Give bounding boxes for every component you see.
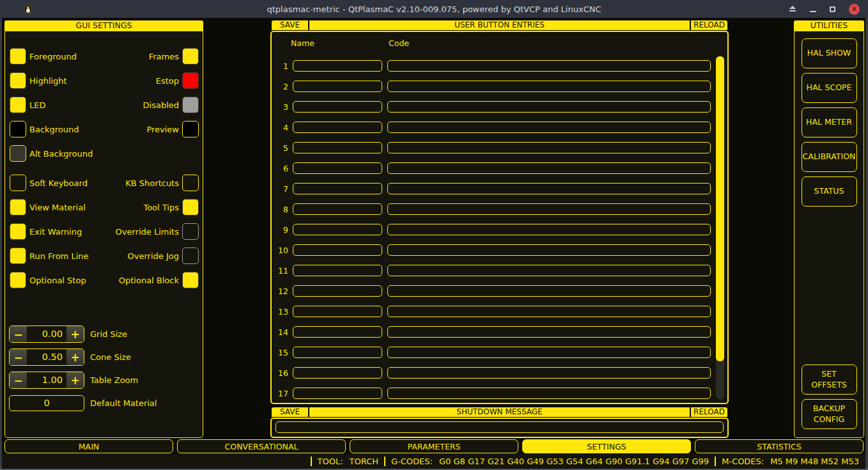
row-number: 17 [275, 389, 288, 398]
kb-shortcuts-checkbox[interactable] [182, 175, 199, 191]
setting-label: Exit Warning [29, 227, 82, 237]
button-name-input[interactable] [293, 81, 382, 92]
highlight-color-button[interactable] [10, 72, 26, 89]
user-buttons-reload-button[interactable]: RELOAD [691, 20, 727, 30]
hal-meter-button[interactable]: HAL METER [802, 107, 857, 137]
button-name-input[interactable] [293, 183, 382, 194]
preview-color-button[interactable] [182, 121, 199, 137]
button-code-input[interactable] [387, 367, 711, 379]
minimize-icon[interactable] [810, 11, 816, 12]
gui-settings-panel: GUI SETTINGS Foreground Frames Highlight… [4, 20, 203, 438]
button-code-input[interactable] [387, 285, 711, 297]
spinner-value[interactable]: 0.00 [27, 326, 66, 342]
button-name-input[interactable] [293, 388, 382, 399]
led-color-button[interactable] [10, 97, 26, 113]
spinner-row: − 1.00 + Table Zoom [9, 372, 199, 389]
button-name-input[interactable] [293, 306, 382, 317]
shutdown-message-input[interactable] [275, 421, 724, 433]
tab-settings[interactable]: SETTINGS [522, 439, 691, 453]
spinner-increment-button[interactable]: + [66, 349, 84, 365]
spinner-decrement-button[interactable]: − [10, 349, 27, 365]
button-code-input[interactable] [387, 183, 711, 194]
tab-main[interactable]: MAIN [4, 439, 173, 453]
button-name-input[interactable] [293, 244, 382, 256]
button-code-input[interactable] [387, 388, 711, 399]
gui-settings-options: Foreground Frames Highlight Estop LED [10, 48, 199, 296]
scrollbar-thumb[interactable] [716, 56, 724, 361]
spinner-decrement-button[interactable]: − [10, 372, 27, 388]
user-buttons-save-button[interactable]: SAVE [272, 20, 308, 30]
tab-parameters[interactable]: PARAMETERS [350, 439, 518, 453]
button-code-input[interactable] [387, 326, 711, 338]
button-code-input[interactable] [387, 224, 711, 235]
hal-scope-button[interactable]: HAL SCOPE [802, 73, 857, 103]
tool-tips-checkbox[interactable] [182, 199, 199, 215]
background-color-button[interactable] [10, 121, 26, 137]
frames-color-button[interactable] [182, 48, 199, 65]
foreground-color-button[interactable] [10, 48, 26, 65]
setting-label: Estop [156, 76, 179, 86]
button-name-input[interactable] [293, 203, 382, 215]
optional-stop-checkbox[interactable] [10, 272, 26, 288]
override-limits-checkbox[interactable] [182, 223, 199, 240]
button-code-input[interactable] [387, 347, 711, 358]
alt-background-color-button[interactable] [10, 145, 26, 162]
button-code-input[interactable] [387, 162, 711, 174]
button-name-input[interactable] [293, 121, 382, 133]
window-border-right [865, 18, 868, 470]
disabled-color-button[interactable] [182, 97, 199, 113]
button-name-input[interactable] [293, 326, 382, 338]
button-name-input[interactable] [293, 101, 382, 113]
shutdown-save-button[interactable]: SAVE [272, 407, 308, 417]
estop-color-button[interactable] [182, 72, 199, 89]
exit-warning-checkbox[interactable] [10, 223, 26, 240]
button-code-input[interactable] [387, 121, 711, 133]
keep-above-icon[interactable] [789, 6, 796, 12]
spinner-increment-button[interactable]: + [66, 326, 84, 342]
set-offsets-button[interactable]: SET OFFSETS [802, 364, 857, 395]
button-code-input[interactable] [387, 142, 711, 153]
tab-statistics[interactable]: STATISTICS [695, 439, 864, 453]
button-code-input[interactable] [387, 203, 711, 215]
button-code-input[interactable] [387, 265, 711, 276]
spinner-increment-button[interactable]: + [66, 372, 84, 388]
button-name-input[interactable] [293, 224, 382, 235]
button-code-input[interactable] [387, 60, 711, 72]
status-button[interactable]: STATUS [802, 176, 857, 207]
view-material-checkbox[interactable] [10, 199, 26, 215]
row-number: 12 [275, 286, 288, 296]
setting-label: Highlight [29, 76, 67, 86]
soft-keyboard-checkbox[interactable] [10, 175, 26, 191]
override-jog-checkbox[interactable] [182, 247, 199, 264]
run-from-line-checkbox[interactable] [10, 247, 26, 264]
button-code-input[interactable] [387, 244, 711, 256]
setting-label: Override Limits [116, 227, 179, 237]
window-border-left [0, 18, 2, 470]
calibration-button[interactable]: CALIBRATION [802, 142, 857, 172]
button-name-input[interactable] [293, 162, 382, 174]
settings-row: Alt Background [10, 145, 199, 162]
default-material-input[interactable]: 0 [9, 395, 84, 411]
backup-config-button[interactable]: BACKUP CONFIG [802, 399, 857, 429]
close-icon[interactable]: × [849, 4, 860, 15]
user-button-row: 6 [275, 158, 711, 178]
optional-block-checkbox[interactable] [182, 272, 199, 288]
spinner-value[interactable]: 1.00 [27, 372, 66, 388]
button-code-input[interactable] [387, 306, 711, 317]
button-name-input[interactable] [293, 142, 382, 153]
hal-show-button[interactable]: HAL SHOW [802, 38, 857, 68]
spinner-decrement-button[interactable]: − [10, 326, 27, 342]
button-name-input[interactable] [293, 265, 382, 276]
restore-icon[interactable] [830, 6, 835, 12]
button-name-input[interactable] [293, 285, 382, 297]
scrollbar-track[interactable] [716, 56, 724, 400]
button-name-input[interactable] [293, 60, 382, 72]
shutdown-reload-button[interactable]: RELOAD [691, 407, 727, 417]
button-code-input[interactable] [387, 81, 711, 92]
button-code-input[interactable] [387, 101, 711, 113]
button-name-input[interactable] [293, 347, 382, 358]
spinner-value[interactable]: 0.50 [27, 349, 66, 365]
tab-conversational[interactable]: CONVERSATIONAL [177, 439, 346, 453]
settings-row: View Material Tool Tips [10, 199, 199, 215]
button-name-input[interactable] [293, 367, 382, 379]
